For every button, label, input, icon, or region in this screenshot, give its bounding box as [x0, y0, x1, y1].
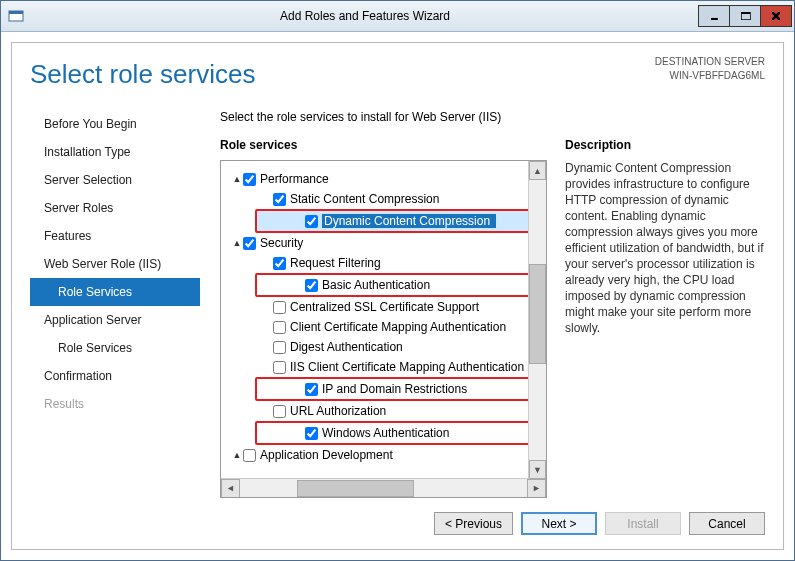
- tree-checkbox[interactable]: [273, 341, 286, 354]
- highlight-box: Dynamic Content Compression: [255, 209, 542, 233]
- tree-item-label: Windows Authentication: [322, 426, 455, 440]
- vscroll-track[interactable]: [529, 180, 546, 460]
- tree-item-3[interactable]: ▲Security: [221, 233, 546, 253]
- highlight-box: Basic Authentication: [255, 273, 542, 297]
- tree-checkbox[interactable]: [243, 173, 256, 186]
- tree-item-6[interactable]: Centralized SSL Certificate Support: [221, 297, 546, 317]
- instruction-text: Select the role services to install for …: [220, 110, 765, 124]
- role-services-tree: ▲PerformanceStatic Content CompressionDy…: [220, 160, 547, 498]
- tree-label: Role services: [220, 138, 547, 152]
- window-buttons: 🗕 🗖 🗙: [699, 5, 792, 27]
- panel-header: Select role services DESTINATION SERVER …: [30, 55, 765, 106]
- window-icon: [1, 8, 31, 24]
- nav-item-9[interactable]: Confirmation: [30, 362, 200, 390]
- description-label: Description: [565, 138, 765, 152]
- tree-item-7[interactable]: Client Certificate Mapping Authenticatio…: [221, 317, 546, 337]
- tree-item-label: Security: [260, 236, 309, 250]
- window-title: Add Roles and Features Wizard: [31, 9, 699, 23]
- tree-item-label: IIS Client Certificate Mapping Authentic…: [290, 360, 530, 374]
- tree-item-0[interactable]: ▲Performance: [221, 169, 546, 189]
- wizard-window: Add Roles and Features Wizard 🗕 🗖 🗙 Sele…: [0, 0, 795, 561]
- nav-item-1[interactable]: Installation Type: [30, 138, 200, 166]
- nav-item-5[interactable]: Web Server Role (IIS): [30, 250, 200, 278]
- tree-item-10[interactable]: IP and Domain Restrictions: [257, 379, 540, 399]
- tree-checkbox[interactable]: [273, 257, 286, 270]
- hscroll-track[interactable]: [240, 480, 527, 497]
- nav-item-7[interactable]: Application Server: [30, 306, 200, 334]
- nav-item-3[interactable]: Server Roles: [30, 194, 200, 222]
- hscroll-thumb[interactable]: [297, 480, 414, 497]
- tree-item-label: Client Certificate Mapping Authenticatio…: [290, 320, 512, 334]
- tree-checkbox[interactable]: [305, 383, 318, 396]
- next-button[interactable]: Next >: [521, 512, 597, 535]
- scroll-down-icon[interactable]: ▼: [529, 460, 546, 479]
- scroll-up-icon[interactable]: ▲: [529, 161, 546, 180]
- tree-item-5[interactable]: Basic Authentication: [257, 275, 540, 295]
- nav-item-10: Results: [30, 390, 200, 418]
- tree-item-label: Basic Authentication: [322, 278, 436, 292]
- tree-checkbox[interactable]: [273, 321, 286, 334]
- wizard-panel: Select role services DESTINATION SERVER …: [11, 42, 784, 550]
- tree-item-label: Centralized SSL Certificate Support: [290, 300, 485, 314]
- close-button[interactable]: 🗙: [760, 5, 792, 27]
- tree-checkbox[interactable]: [273, 301, 286, 314]
- tree-item-11[interactable]: URL Authorization: [221, 401, 546, 421]
- tree-item-label: Performance: [260, 172, 335, 186]
- destination-server: WIN-VFBFFDAG6ML: [655, 69, 765, 83]
- description-column: Description Dynamic Content Compression …: [565, 138, 765, 498]
- install-button[interactable]: Install: [605, 512, 681, 535]
- tree-checkbox[interactable]: [273, 405, 286, 418]
- tree-item-1[interactable]: Static Content Compression: [221, 189, 546, 209]
- tree-checkbox[interactable]: [305, 215, 318, 228]
- nav-item-2[interactable]: Server Selection: [30, 166, 200, 194]
- tree-item-label: Application Development: [260, 448, 399, 462]
- tree-item-13[interactable]: ▲Application Development: [221, 445, 546, 465]
- panel-body: Before You BeginInstallation TypeServer …: [30, 106, 765, 498]
- tree-checkbox[interactable]: [273, 193, 286, 206]
- tree-item-label: Static Content Compression: [290, 192, 445, 206]
- tree-checkbox[interactable]: [243, 449, 256, 462]
- tree-item-8[interactable]: Digest Authentication: [221, 337, 546, 357]
- vertical-scrollbar[interactable]: ▲ ▼: [528, 161, 546, 479]
- destination-label: DESTINATION SERVER: [655, 55, 765, 69]
- tree-item-4[interactable]: Request Filtering: [221, 253, 546, 273]
- tree-item-label: Digest Authentication: [290, 340, 409, 354]
- tree-viewport[interactable]: ▲PerformanceStatic Content CompressionDy…: [221, 161, 546, 478]
- tree-checkbox[interactable]: [243, 237, 256, 250]
- highlight-box: Windows Authentication: [255, 421, 542, 445]
- scroll-left-icon[interactable]: ◄: [221, 479, 240, 498]
- tree-checkbox[interactable]: [305, 427, 318, 440]
- nav-item-8[interactable]: Role Services: [30, 334, 200, 362]
- tree-item-9[interactable]: IIS Client Certificate Mapping Authentic…: [221, 357, 546, 377]
- titlebar: Add Roles and Features Wizard 🗕 🗖 🗙: [1, 1, 794, 32]
- footer: < Previous Next > Install Cancel: [30, 512, 765, 535]
- main-columns: Role services ▲PerformanceStatic Content…: [220, 138, 765, 498]
- previous-button[interactable]: < Previous: [434, 512, 513, 535]
- collapse-icon[interactable]: ▲: [231, 238, 243, 248]
- nav-item-0[interactable]: Before You Begin: [30, 110, 200, 138]
- collapse-icon[interactable]: ▲: [231, 450, 243, 460]
- tree-item-12[interactable]: Windows Authentication: [257, 423, 540, 443]
- wizard-nav: Before You BeginInstallation TypeServer …: [30, 106, 200, 498]
- collapse-icon[interactable]: ▲: [231, 174, 243, 184]
- svg-rect-1: [9, 11, 23, 14]
- destination-box: DESTINATION SERVER WIN-VFBFFDAG6ML: [655, 55, 765, 83]
- nav-item-4[interactable]: Features: [30, 222, 200, 250]
- highlight-box: IP and Domain Restrictions: [255, 377, 542, 401]
- tree-item-label: Request Filtering: [290, 256, 387, 270]
- description-text: Dynamic Content Compression provides inf…: [565, 160, 765, 336]
- horizontal-scrollbar[interactable]: ◄ ►: [221, 478, 546, 497]
- vscroll-thumb[interactable]: [529, 264, 546, 364]
- nav-item-6[interactable]: Role Services: [30, 278, 200, 306]
- tree-checkbox[interactable]: [305, 279, 318, 292]
- maximize-button[interactable]: 🗖: [729, 5, 761, 27]
- tree-item-2[interactable]: Dynamic Content Compression: [257, 211, 540, 231]
- tree-column: Role services ▲PerformanceStatic Content…: [220, 138, 547, 498]
- scroll-right-icon[interactable]: ►: [527, 479, 546, 498]
- tree-item-label: URL Authorization: [290, 404, 392, 418]
- main-pane: Select the role services to install for …: [200, 106, 765, 498]
- tree-checkbox[interactable]: [273, 361, 286, 374]
- cancel-button[interactable]: Cancel: [689, 512, 765, 535]
- tree-item-label: Dynamic Content Compression: [322, 214, 496, 228]
- minimize-button[interactable]: 🗕: [698, 5, 730, 27]
